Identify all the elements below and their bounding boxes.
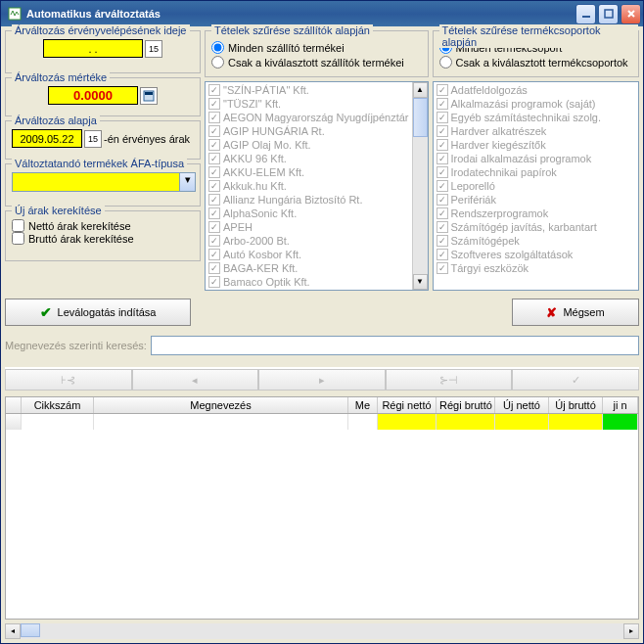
list-item[interactable]: ✓AGIP Olaj Mo. Kft. xyxy=(207,138,411,152)
calendar-icon[interactable]: 15 xyxy=(145,40,162,58)
scroll-thumb[interactable] xyxy=(21,623,40,637)
round-gross-checkbox[interactable]: Bruttó árak kerekítése xyxy=(12,232,194,245)
start-selection-button[interactable]: ✔ Leválogatás indítása xyxy=(5,299,191,326)
list-item[interactable]: ✓Tárgyi eszközök xyxy=(435,261,637,275)
col-me[interactable]: Me xyxy=(348,397,378,413)
basis-date-input[interactable]: 2009.05.22 xyxy=(12,129,82,148)
list-item[interactable]: ✓Rendszerprogramok xyxy=(435,207,637,220)
list-item[interactable]: ✓Alkalmazási programok (saját) xyxy=(435,97,637,111)
chevron-down-icon[interactable]: ▾ xyxy=(179,173,195,191)
col-cikkszam[interactable]: Cikkszám xyxy=(22,397,94,413)
data-grid[interactable]: Cikkszám Megnevezés Me Régi nettó Régi b… xyxy=(5,396,639,620)
effective-date-input[interactable]: . . xyxy=(43,39,143,58)
nav-first-button[interactable]: ⊦⊰ xyxy=(5,369,132,391)
change-amount-input[interactable]: 0.0000 xyxy=(48,86,138,105)
svg-rect-4 xyxy=(145,92,153,95)
group-filter-suppliers: Tételek szűrése szállítók alapján Minden… xyxy=(205,30,429,77)
list-item[interactable]: ✓Szoftveres szolgáltatások xyxy=(435,248,637,261)
vat-type-combo[interactable]: ▾ xyxy=(12,172,196,192)
list-item[interactable]: ✓Irodai alkalmazási programok xyxy=(435,152,637,165)
checkbox-icon: ✓ xyxy=(208,180,220,192)
main-window: Automatikus árváltoztatás Árváltozás érv… xyxy=(0,0,644,644)
col-uj-netto[interactable]: Új nettó xyxy=(495,397,549,413)
scroll-left-icon[interactable]: ◂ xyxy=(5,623,21,639)
navigator-toolbar: ⊦⊰ ◂ ▸ ⊱⊣ ✓ xyxy=(5,367,639,391)
scroll-right-icon[interactable]: ▸ xyxy=(623,623,639,639)
list-item[interactable]: ✓AEGON Magyarország Nyugdíjpénztár xyxy=(207,111,411,124)
checkbox-icon: ✓ xyxy=(437,139,448,151)
list-item[interactable]: ✓Arbo-2000 Bt. xyxy=(207,234,411,248)
radio-all-suppliers[interactable]: Minden szállító termékei xyxy=(211,41,422,54)
list-item[interactable]: ✓Bamaco Optik Kft. xyxy=(207,275,411,289)
col-megnevezes[interactable]: Megnevezés xyxy=(94,397,348,413)
list-item[interactable]: ✓Leporelló xyxy=(435,179,637,193)
list-item[interactable]: ✓Adatfeldolgozás xyxy=(435,83,637,97)
calculator-icon[interactable] xyxy=(140,87,158,105)
group-title: Árváltozás érvényvelépésének ideje xyxy=(12,24,190,36)
list-item[interactable]: ✓APEH xyxy=(207,220,411,234)
list-item[interactable]: ✓Akkuk.hu Kft. xyxy=(207,179,411,193)
checkbox-icon: ✓ xyxy=(208,153,220,164)
nav-next-button[interactable]: ▸ xyxy=(258,369,386,391)
list-item[interactable]: ✓"SZÍN-PÁTIA" Kft. xyxy=(207,83,411,97)
list-item[interactable]: ✓Hardver alkatrészek xyxy=(435,124,637,138)
scroll-up-icon[interactable]: ▲ xyxy=(413,82,428,98)
titlebar[interactable]: Automatikus árváltoztatás xyxy=(1,1,643,26)
checkbox-icon: ✓ xyxy=(208,139,220,151)
list-item[interactable]: ✓Irodatechnikai papírok xyxy=(435,165,637,179)
list-item[interactable]: ✓Autó Kosbor Kft. xyxy=(207,248,411,261)
col-extra[interactable]: ji n xyxy=(603,397,638,413)
col-regi-brutto[interactable]: Régi bruttó xyxy=(437,397,495,413)
scroll-down-icon[interactable]: ▼ xyxy=(413,274,428,290)
group-title: Árváltozás alapja xyxy=(12,115,100,126)
close-button[interactable] xyxy=(621,4,641,24)
checkbox-icon: ✓ xyxy=(437,194,448,206)
nav-prev-button[interactable]: ◂ xyxy=(132,369,259,391)
checkbox-icon: ✓ xyxy=(208,194,220,206)
checkbox-icon: ✓ xyxy=(437,235,448,247)
checkbox-icon: ✓ xyxy=(208,84,220,96)
nav-last-button[interactable]: ⊱⊣ xyxy=(386,369,513,391)
search-input[interactable] xyxy=(151,336,639,355)
cancel-button[interactable]: ✘ Mégsem xyxy=(512,299,639,326)
list-item[interactable]: ✓Számítógép javítás, karbantart xyxy=(435,220,637,234)
list-item[interactable]: ✓Számítógépek xyxy=(435,234,637,248)
round-net-checkbox[interactable]: Nettó árak kerekítése xyxy=(12,219,194,232)
list-item[interactable]: ✓Hardver kiegészítők xyxy=(435,138,637,152)
nav-post-button[interactable]: ✓ xyxy=(512,369,639,391)
maximize-button[interactable] xyxy=(598,4,619,24)
table-row[interactable] xyxy=(6,414,638,430)
scroll-thumb[interactable] xyxy=(413,98,428,137)
col-regi-netto[interactable]: Régi nettó xyxy=(378,397,437,413)
list-item[interactable]: ✓BAGA-KER Kft. xyxy=(207,261,411,275)
minimize-button[interactable] xyxy=(575,4,596,24)
checkbox-icon: ✓ xyxy=(208,98,220,110)
horizontal-scrollbar[interactable]: ◂ ▸ xyxy=(5,623,639,639)
checkbox-icon: ✓ xyxy=(437,262,448,274)
cross-icon: ✘ xyxy=(546,305,557,320)
col-uj-brutto[interactable]: Új bruttó xyxy=(549,397,603,413)
list-item[interactable]: ✓AKKU 96 Kft. xyxy=(207,152,411,165)
checkbox-icon: ✓ xyxy=(208,276,220,288)
list-item[interactable]: ✓Perifériák xyxy=(435,193,637,207)
checkbox-icon: ✓ xyxy=(208,125,220,137)
list-item[interactable]: ✓AlphaSonic Kft. xyxy=(207,207,411,220)
suppliers-listbox[interactable]: ✓"SZÍN-PÁTIA" Kft.✓"TÜSZI" Kft.✓AEGON Ma… xyxy=(205,81,429,291)
list-item[interactable]: ✓"TÜSZI" Kft. xyxy=(207,97,411,111)
checkbox-icon: ✓ xyxy=(437,112,448,123)
list-item[interactable]: ✓AKKU-ELEM Kft. xyxy=(207,165,411,179)
checkbox-icon: ✓ xyxy=(437,98,448,110)
scrollbar[interactable]: ▲ ▼ xyxy=(412,82,428,290)
checkbox-icon: ✓ xyxy=(437,180,448,192)
radio-selected-suppliers[interactable]: Csak a kiválasztott szállítók termékei xyxy=(211,56,422,69)
groups-listbox[interactable]: ✓Adatfeldolgozás✓Alkalmazási programok (… xyxy=(433,81,639,291)
radio-selected-groups[interactable]: Csak a kiválasztott termékcsoportok xyxy=(439,56,632,69)
group-effective-time: Árváltozás érvényvelépésének ideje . . 1… xyxy=(5,30,201,73)
group-rounding: Új árak kerekítése Nettó árak kerekítése… xyxy=(5,210,201,261)
checkbox-icon: ✓ xyxy=(208,112,220,123)
list-item[interactable]: ✓Allianz Hungária Biztosító Rt. xyxy=(207,193,411,207)
checkbox-icon: ✓ xyxy=(437,221,448,233)
calendar-icon[interactable]: 15 xyxy=(84,130,102,148)
list-item[interactable]: ✓Egyéb számítástechnikai szolg. xyxy=(435,111,637,124)
list-item[interactable]: ✓AGIP HUNGÁRIA Rt. xyxy=(207,124,411,138)
